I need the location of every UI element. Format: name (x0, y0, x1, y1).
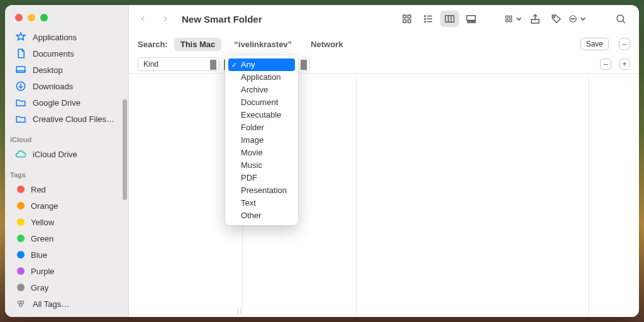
sidebar-tag-item[interactable]: Orange (10, 197, 123, 214)
add-criteria-button[interactable]: + (619, 58, 630, 70)
svg-rect-26 (506, 19, 508, 22)
svg-point-5 (21, 301, 24, 304)
folder-icon (15, 113, 26, 125)
window-controls (5, 11, 128, 29)
dropdown-item[interactable]: Document (228, 96, 295, 109)
sidebar-all-tags[interactable]: All Tags… (10, 296, 123, 312)
toolbar: New Smart Folder (129, 5, 639, 33)
save-search-button[interactable]: Save (580, 38, 609, 50)
sidebar-scrollbar[interactable] (123, 99, 127, 200)
sidebar-section-icloud: iCloud (5, 127, 128, 146)
sidebar-item[interactable]: Applications (10, 29, 123, 45)
svg-rect-1 (16, 71, 25, 72)
scope-network[interactable]: Network (304, 38, 349, 51)
cloud-icon (15, 148, 26, 160)
svg-rect-22 (470, 21, 472, 23)
sidebar-item[interactable]: Desktop (10, 62, 123, 78)
tags-button[interactable] (547, 11, 566, 27)
down-icon (15, 80, 26, 92)
sidebar-item-label: Red (31, 185, 46, 194)
column-4[interactable] (589, 74, 639, 317)
svg-point-13 (425, 18, 426, 19)
tag-color-dot (17, 284, 25, 291)
svg-point-29 (553, 16, 555, 18)
dropdown-item[interactable]: Image (228, 134, 295, 147)
sidebar-item[interactable]: Documents (10, 45, 123, 62)
doc-icon (15, 48, 26, 59)
svg-rect-23 (474, 21, 475, 23)
tag-color-dot (17, 218, 25, 226)
all-tags-icon (15, 298, 26, 309)
svg-point-6 (19, 304, 23, 307)
svg-point-11 (425, 16, 426, 17)
criteria-attribute-value: Kind (143, 60, 158, 69)
svg-rect-7 (403, 15, 406, 18)
dropdown-item[interactable]: Music (228, 159, 295, 172)
view-columns-button[interactable] (440, 11, 459, 27)
sidebar: Applications Documents Desktop Downloads… (5, 5, 129, 317)
remove-search-button[interactable]: – (619, 38, 630, 50)
tag-color-dot (17, 202, 25, 209)
sidebar-tag-item[interactable]: Gray (10, 279, 123, 296)
window-title: New Smart Folder (182, 14, 262, 25)
sidebar-item-icloud-drive[interactable]: iCloud Drive (10, 146, 123, 162)
tag-color-dot (17, 186, 25, 193)
sidebar-item-label: iCloud Drive (33, 150, 77, 159)
scope-this-mac[interactable]: This Mac (174, 38, 222, 51)
group-by-button[interactable] (504, 11, 523, 27)
tag-color-dot (17, 251, 25, 258)
column-resize-handle[interactable]: || (237, 308, 243, 314)
dropdown-item[interactable]: PDF (228, 172, 295, 184)
dropdown-item[interactable]: Other (228, 209, 295, 222)
view-switcher (397, 11, 480, 27)
dropdown-item[interactable]: Folder (228, 121, 295, 134)
minimize-window-button[interactable] (28, 14, 35, 21)
sidebar-section-tags: Tags (5, 162, 128, 181)
action-menu-button[interactable] (569, 11, 587, 27)
dropdown-item[interactable]: Application (228, 71, 295, 84)
sidebar-tag-item[interactable]: Blue (10, 247, 123, 263)
back-button[interactable] (134, 10, 152, 28)
chevron-updown-icon: ▴▾ (304, 60, 307, 69)
sidebar-item[interactable]: Google Drive (10, 94, 123, 111)
dropdown-item[interactable]: Any (228, 58, 295, 71)
view-icons-button[interactable] (397, 11, 416, 27)
sidebar-item-label: Blue (31, 250, 47, 260)
svg-rect-24 (506, 16, 508, 18)
search-label: Search: (138, 40, 168, 49)
sidebar-item-label: Gray (31, 283, 48, 292)
criteria-attribute-select[interactable]: Kind ▴▾ (138, 57, 219, 71)
search-button[interactable] (611, 11, 630, 27)
criteria-value-select[interactable]: ▴▾ (301, 57, 310, 71)
sidebar-item[interactable]: Creative Cloud Files… (10, 111, 123, 127)
svg-line-35 (623, 21, 625, 23)
zoom-window-button[interactable] (40, 14, 48, 21)
svg-point-33 (574, 18, 575, 19)
dropdown-item[interactable]: Archive (228, 84, 295, 96)
finder-window: Applications Documents Desktop Downloads… (5, 5, 639, 317)
dropdown-item[interactable]: Presentation (228, 184, 295, 197)
close-window-button[interactable] (15, 14, 23, 21)
sidebar-item[interactable]: Downloads (10, 78, 123, 94)
apps-icon (15, 31, 26, 43)
sidebar-tag-item[interactable]: Red (10, 181, 123, 197)
svg-rect-9 (403, 20, 406, 23)
kind-dropdown-menu[interactable]: AnyApplicationArchiveDocumentExecutableF… (225, 55, 298, 225)
dropdown-item[interactable]: Movie (228, 147, 295, 159)
svg-rect-10 (408, 20, 411, 23)
sidebar-tag-item[interactable]: Yellow (10, 214, 123, 230)
dropdown-item[interactable]: Executable (228, 109, 295, 121)
criteria-row: Kind ▴▾ ▴▾ ▴▾ – + (129, 55, 639, 74)
remove-criteria-button[interactable]: – (600, 58, 611, 70)
sidebar-tag-item[interactable]: Green (10, 230, 123, 247)
results-columns: || (129, 74, 639, 317)
view-list-button[interactable] (419, 11, 438, 27)
view-gallery-button[interactable] (462, 11, 480, 27)
column-3[interactable] (357, 74, 588, 317)
sidebar-tag-item[interactable]: Purple (10, 263, 123, 279)
desktop-icon (15, 64, 26, 75)
scope-user-home[interactable]: “ivelinkrastev” (228, 38, 298, 51)
dropdown-item[interactable]: Text (228, 197, 295, 209)
forward-button[interactable] (157, 10, 174, 28)
share-button[interactable] (526, 11, 545, 27)
